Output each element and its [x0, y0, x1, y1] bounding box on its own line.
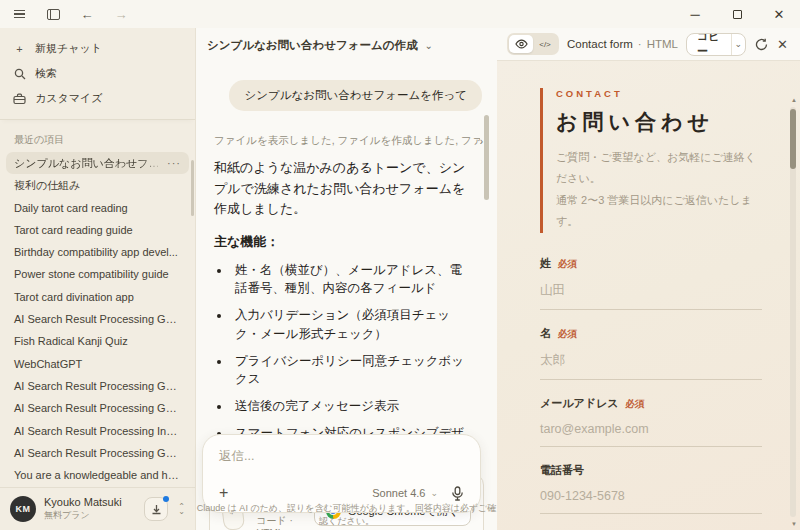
form-hero: CONTACT お問い合わせ ご質問・ご要望など、お気軽にご連絡ください。 通常… — [540, 88, 762, 233]
model-selector[interactable]: Sonnet 4.6 ⌄ — [372, 487, 438, 499]
account-row[interactable]: KM Kyouko Matsuki 無料プラン ⌃⌄ — [0, 487, 195, 530]
chat-history-list: シンプルなお問い合わせフォームの作成 ··· 複利の仕組み Daily taro… — [0, 152, 195, 487]
new-chat-button[interactable]: + 新規チャット — [0, 36, 195, 61]
back-icon[interactable]: ← — [80, 8, 94, 20]
forward-icon[interactable]: → — [114, 8, 128, 20]
artifact-type: HTML — [647, 38, 678, 50]
feature-item: 入力バリデーション（必須項目チェック・メール形式チェック） — [231, 306, 467, 344]
preview-toggle-button[interactable] — [509, 35, 533, 53]
ai-disclaimer: Claude は AI のため、誤りを含む可能性があります。回答内容は必ずご確認… — [196, 502, 497, 528]
conversation-title-dropdown[interactable]: シンプルなお問い合わせフォームの作成 ⌄ — [196, 28, 497, 53]
sidebar-item[interactable]: AI Search Result Processing Inst... — [6, 420, 189, 442]
sidebar-item[interactable]: 複利の仕組み — [6, 174, 189, 196]
new-chat-label: 新規チャット — [35, 41, 102, 56]
user-message-bubble: シンプルなお問い合わせフォームを作って — [229, 80, 482, 111]
sidebar-item[interactable]: You are a knowledgeable and he... — [6, 464, 189, 486]
chevron-updown-icon[interactable]: ⌃⌄ — [176, 504, 185, 514]
sidebar-item[interactable]: Daily tarot card reading — [6, 197, 189, 219]
chevron-down-icon: ⌄ — [425, 40, 433, 51]
sidebar-toggle-icon[interactable] — [46, 8, 60, 20]
conversation-title: シンプルなお問い合わせフォームの作成 — [207, 38, 418, 53]
claude-desktop-app: ← → ─ ✕ + 新規チャット 検索 — [0, 0, 800, 530]
chat-scrollbar[interactable] — [484, 115, 489, 200]
plus-icon: + — [13, 43, 26, 55]
assistant-paragraph: 和紙のような温かみのあるトーンで、シンプルで洗練されたお問い合わせフォームを作成… — [214, 158, 469, 220]
phone-input[interactable]: 090-1234-5678 — [540, 478, 762, 514]
copy-dropdown-button[interactable]: ⌄ — [732, 34, 745, 55]
preview-code-toggle: </> — [507, 33, 559, 55]
scroll-down-icon[interactable]: ▼ — [791, 521, 797, 527]
customize-button[interactable]: カスタマイズ — [0, 86, 195, 111]
sidebar-item[interactable]: Birthday compatibility app devel... — [6, 241, 189, 263]
tool-activity-row[interactable]: ファイルを表示しました, ファイルを作成しました, ファイルを読み取り... › — [214, 134, 483, 148]
maximize-button[interactable] — [730, 8, 744, 20]
artifact-title: Contact form · HTML — [567, 38, 678, 50]
panel-scrollbar-thumb[interactable] — [790, 109, 796, 169]
notification-dot — [163, 496, 169, 502]
minimize-button[interactable]: ─ — [688, 8, 702, 20]
menu-icon[interactable] — [12, 8, 26, 20]
form-field-last-name: 姓必須 山田 — [540, 256, 762, 310]
email-input[interactable]: taro@example.com — [540, 411, 762, 447]
chat-main: シンプルなお問い合わせフォームの作成 ⌄ シンプルなお問い合わせフォームを作って… — [196, 28, 497, 530]
user-name: Kyouko Matsuki — [44, 496, 136, 508]
form-eyebrow: CONTACT — [556, 88, 762, 99]
copy-split-button: コピー ⌄ — [686, 33, 746, 56]
chevron-right-icon: › — [480, 136, 483, 147]
sidebar-item[interactable]: AI Search Result Processing Guide — [6, 375, 189, 397]
close-panel-button[interactable]: ✕ — [777, 37, 788, 52]
recents-section-label: 最近の項目 — [0, 122, 195, 152]
search-label: 検索 — [35, 66, 57, 81]
sidebar-item[interactable]: Tarot card reading guide — [6, 219, 189, 241]
required-badge: 必須 — [626, 398, 645, 411]
form-description: ご質問・ご要望など、お気軽にご連絡ください。 通常 2〜3 営業日以内にご返信い… — [556, 147, 762, 233]
sidebar-item[interactable]: AI Search Result Processing Guide — [6, 442, 189, 464]
attach-button[interactable]: + — [219, 484, 237, 502]
eye-icon — [515, 39, 528, 49]
first-name-input[interactable]: 太郎 — [540, 341, 762, 380]
feature-item: 姓・名（横並び）、メールアドレス、電話番号、種別、内容の各フィールド — [231, 261, 467, 299]
code-toggle-button[interactable]: </> — [533, 35, 557, 53]
last-name-input[interactable]: 山田 — [540, 271, 762, 310]
sidebar-item[interactable]: Tarot card divination app — [6, 286, 189, 308]
scroll-up-icon[interactable]: ▲ — [791, 97, 797, 103]
sidebar-item[interactable]: Fish Radical Kanji Quiz — [6, 330, 189, 352]
sidebar-item-current-chat[interactable]: シンプルなお問い合わせフォームの作成 ··· — [6, 152, 189, 174]
form-field-email: メールアドレス必須 taro@example.com — [540, 396, 762, 447]
microphone-button[interactable] — [451, 486, 464, 501]
search-button[interactable]: 検索 — [0, 61, 195, 86]
customize-label: カスタマイズ — [35, 91, 103, 106]
panel-scrollbar[interactable]: ▲ ▼ — [787, 94, 800, 530]
sidebar-item[interactable]: WebChatGPT — [6, 353, 189, 375]
required-badge: 必須 — [558, 258, 577, 271]
more-options-icon[interactable]: ··· — [163, 156, 181, 170]
sidebar-scrollbar[interactable] — [191, 160, 194, 216]
sidebar-item[interactable]: AI Search Result Processing Guide — [6, 397, 189, 419]
chevron-down-icon: ⌄ — [430, 488, 438, 498]
form-field-phone: 電話番号 090-1234-5678 — [540, 463, 762, 514]
features-list: 姓・名（横並び）、メールアドレス、電話番号、種別、内容の各フィールド 入力バリデ… — [214, 261, 467, 462]
download-icon — [151, 504, 162, 515]
feature-item: プライバシーポリシー同意チェックボックス — [231, 352, 467, 390]
artifact-panel: </> Contact form · HTML コピー ⌄ ✕ — [497, 28, 800, 530]
sidebar-item[interactable]: AI Search Result Processing Guide — [6, 308, 189, 330]
artifact-preview: CONTACT お問い合わせ ご質問・ご要望など、お気軽にご連絡ください。 通常… — [497, 61, 800, 530]
form-heading: お問い合わせ — [556, 108, 762, 136]
copy-button[interactable]: コピー — [687, 34, 732, 55]
reply-input[interactable]: 返信... — [219, 448, 464, 465]
feature-item: 送信後の完了メッセージ表示 — [231, 397, 467, 416]
download-update-button[interactable] — [144, 497, 168, 521]
sidebar: + 新規チャット 検索 カスタマイズ 最近の項目 — [0, 28, 196, 530]
artifact-panel-header: </> Contact form · HTML コピー ⌄ ✕ — [497, 28, 800, 61]
window-titlebar: ← → ─ ✕ — [0, 0, 800, 28]
avatar: KM — [10, 496, 36, 522]
close-button[interactable]: ✕ — [772, 8, 786, 20]
sidebar-item[interactable]: Power stone compatibility guide — [6, 263, 189, 285]
user-plan: 無料プラン — [44, 509, 136, 522]
toolbox-icon — [13, 93, 26, 105]
refresh-button[interactable] — [755, 38, 768, 51]
features-heading: 主な機能： — [214, 233, 469, 251]
sidebar-divider — [0, 113, 195, 120]
required-badge: 必須 — [558, 328, 577, 341]
search-icon — [13, 68, 26, 80]
